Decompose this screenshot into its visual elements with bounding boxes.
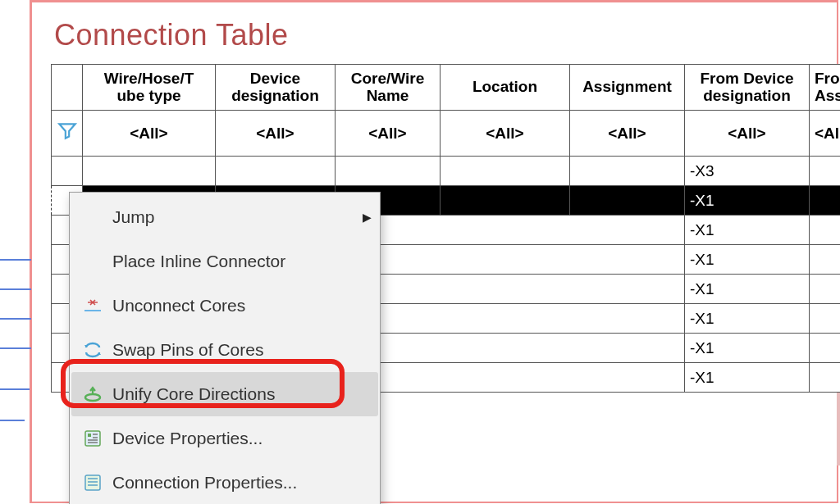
- cell-from2[interactable]: [810, 157, 841, 186]
- header-from-device-designation[interactable]: From Devicedesignation: [685, 65, 810, 111]
- menu-item-label: Swap Pins of Cores: [107, 340, 355, 360]
- menu-item-label: Place Inline Connector: [107, 252, 355, 271]
- menu-item-label: Unconnect Cores: [107, 296, 355, 316]
- filter-from[interactable]: <All>: [685, 111, 810, 157]
- header-location-label: Location: [472, 78, 537, 95]
- cell-location[interactable]: [441, 186, 570, 216]
- filter-from2[interactable]: <All>: [810, 111, 841, 157]
- cell-assignment[interactable]: [570, 186, 685, 216]
- header-device-designation[interactable]: Devicedesignation: [216, 65, 336, 111]
- header-assignment-label: Assignment: [582, 78, 672, 95]
- header-from-assignment-label: FroAssig: [815, 70, 840, 104]
- cell-location[interactable]: [441, 157, 570, 186]
- swap-icon: [78, 342, 107, 358]
- filter-cwname[interactable]: <All>: [336, 111, 441, 157]
- cell-from[interactable]: -X1: [685, 245, 810, 275]
- menu-item-connection-properties[interactable]: Connection Properties...: [71, 461, 378, 504]
- header-rowhead[interactable]: [52, 65, 83, 111]
- filter-wire-type[interactable]: <All>: [83, 111, 216, 157]
- cell-from2[interactable]: [810, 186, 841, 216]
- cell-cwname[interactable]: [336, 157, 441, 186]
- submenu-arrow-icon: ▶: [355, 211, 378, 224]
- cell-from2[interactable]: [810, 363, 841, 393]
- cell-from[interactable]: -X1: [685, 186, 810, 216]
- svg-rect-3: [85, 475, 100, 490]
- svg-rect-1: [85, 431, 100, 446]
- menu-item-swap-pins[interactable]: Swap Pins of Cores: [71, 328, 378, 372]
- cell-from[interactable]: -X3: [685, 157, 810, 186]
- funnel-icon: [57, 120, 78, 142]
- cell-from[interactable]: -X1: [685, 275, 810, 304]
- table-header-row: Wire/Hose/Tube type Devicedesignation Co…: [52, 65, 841, 111]
- menu-item-unify-core-directions[interactable]: Unify Core Directions: [71, 372, 378, 416]
- menu-item-label: Jump: [107, 207, 355, 227]
- svg-point-0: [85, 394, 100, 401]
- filter-assignment[interactable]: <All>: [570, 111, 685, 157]
- header-wire-type[interactable]: Wire/Hose/Tube type: [83, 65, 216, 111]
- filter-icon-cell[interactable]: [52, 111, 83, 157]
- header-device-designation-label: Devicedesignation: [231, 70, 319, 104]
- cell-from[interactable]: -X1: [685, 363, 810, 393]
- cell-wire-type[interactable]: [83, 157, 216, 186]
- cell-assignment[interactable]: [570, 157, 685, 186]
- header-from-assignment[interactable]: FroAssig: [810, 65, 841, 111]
- cell-from2[interactable]: [810, 334, 841, 363]
- cell-from2[interactable]: [810, 275, 841, 304]
- context-menu: Jump ▶ Place Inline Connector Unconnect …: [69, 192, 381, 504]
- menu-item-label: Connection Properties...: [107, 473, 355, 493]
- cell-from2[interactable]: [810, 216, 841, 245]
- panel-title: Connection Table: [54, 18, 289, 52]
- cell-from[interactable]: -X1: [685, 304, 810, 334]
- unify-icon: [78, 386, 107, 402]
- cell-from[interactable]: -X1: [685, 216, 810, 245]
- header-core-wire-name-label: Core/WireName: [351, 70, 425, 104]
- header-core-wire-name[interactable]: Core/WireName: [336, 65, 441, 111]
- menu-item-unconnect-cores[interactable]: Unconnect Cores: [71, 284, 378, 328]
- diagram-connector-stubs: [0, 0, 33, 504]
- cell-ddes[interactable]: [216, 157, 336, 186]
- unconnect-icon: [78, 297, 107, 314]
- device-properties-icon: [78, 429, 107, 447]
- header-wire-type-label: Wire/Hose/Tube type: [104, 70, 194, 104]
- table-row[interactable]: -X3: [52, 157, 841, 186]
- filter-ddes[interactable]: <All>: [216, 111, 336, 157]
- cell-from2[interactable]: [810, 304, 841, 334]
- header-assignment[interactable]: Assignment: [570, 65, 685, 111]
- menu-item-label: Device Properties...: [107, 429, 355, 448]
- table-filter-row: <All> <All> <All> <All> <All> <All> <All…: [52, 111, 841, 157]
- menu-item-label: Unify Core Directions: [107, 384, 355, 404]
- cell-from2[interactable]: [810, 245, 841, 275]
- header-location[interactable]: Location: [441, 65, 570, 111]
- header-from-device-designation-label: From Devicedesignation: [700, 70, 793, 104]
- filter-location[interactable]: <All>: [441, 111, 570, 157]
- connection-properties-icon: [78, 474, 107, 492]
- row-selector[interactable]: [52, 157, 83, 186]
- menu-item-place-inline-connector[interactable]: Place Inline Connector: [71, 239, 378, 284]
- svg-rect-2: [88, 434, 91, 437]
- menu-item-device-properties[interactable]: Device Properties...: [71, 416, 378, 461]
- cell-from[interactable]: -X1: [685, 334, 810, 363]
- menu-item-jump[interactable]: Jump ▶: [71, 195, 378, 239]
